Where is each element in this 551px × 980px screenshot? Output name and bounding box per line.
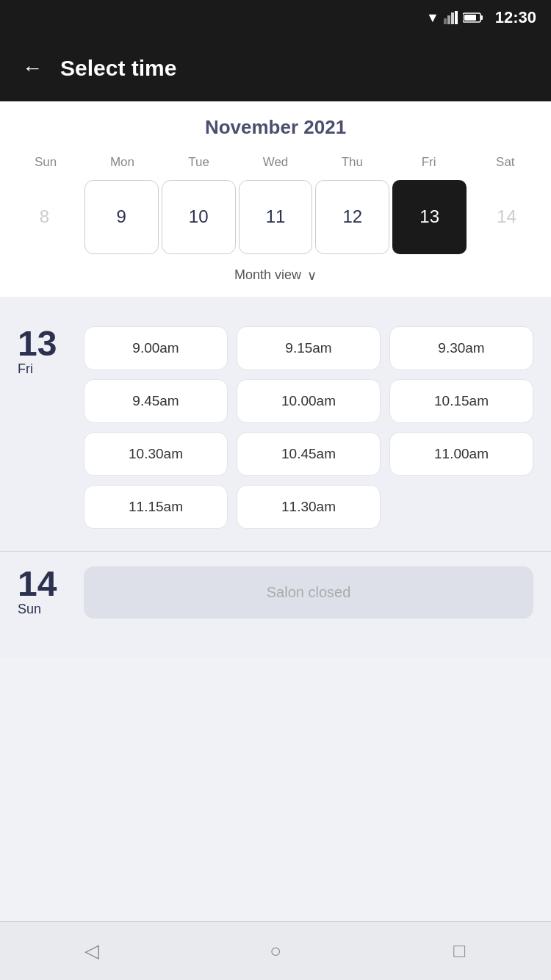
svg-rect-1	[447, 15, 450, 24]
cal-day-11[interactable]: 11	[239, 180, 313, 254]
timeslot-915am[interactable]: 9.15am	[237, 326, 381, 370]
day-header-sat: Sat	[467, 151, 544, 174]
timeslot-945am[interactable]: 9.45am	[84, 379, 228, 423]
svg-rect-6	[464, 15, 476, 21]
day-13-section: 13 Fri 9.00am 9.15am 9.30am 9.45am 10.00…	[0, 311, 551, 544]
header: ← Select time	[0, 35, 551, 101]
timeslot-1015am[interactable]: 10.15am	[389, 379, 533, 423]
day-14-number: 14	[18, 566, 57, 602]
svg-rect-3	[455, 11, 458, 24]
month-view-label: Month view	[234, 267, 301, 283]
day-13-number: 13	[18, 326, 57, 361]
day-header-mon: Mon	[84, 151, 160, 174]
chevron-down-icon: ∨	[307, 267, 317, 284]
nav-recent-button[interactable]: □	[441, 933, 478, 970]
nav-back-button[interactable]: ◁	[73, 933, 110, 970]
calendar-section: November 2021 Sun Mon Tue Wed Thu Fri Sa…	[0, 101, 551, 297]
battery-icon	[463, 12, 483, 24]
day-13-label: 13 Fri	[18, 326, 76, 377]
status-time: 12:30	[495, 8, 536, 27]
timeslot-1045am[interactable]: 10.45am	[237, 432, 381, 476]
cal-day-8[interactable]: 8	[7, 180, 82, 254]
status-bar: ▼ 12:30	[0, 0, 551, 35]
svg-rect-2	[451, 12, 454, 24]
day-header-thu: Thu	[314, 151, 390, 174]
timeslot-1000am[interactable]: 10.00am	[237, 379, 381, 423]
timeslot-900am[interactable]: 9.00am	[84, 326, 228, 370]
back-button[interactable]: ←	[22, 57, 43, 80]
svg-rect-0	[444, 18, 447, 24]
svg-rect-5	[480, 15, 483, 20]
day-header-sun: Sun	[7, 151, 84, 174]
status-icons: ▼	[426, 10, 483, 26]
cal-day-10[interactable]: 10	[162, 180, 236, 254]
signal-icon	[444, 11, 458, 24]
timeslots-area: 13 Fri 9.00am 9.15am 9.30am 9.45am 10.00…	[0, 297, 551, 658]
day-14-name: Sun	[18, 602, 41, 617]
wifi-icon: ▼	[426, 10, 439, 26]
timeslot-1100am[interactable]: 11.00am	[389, 432, 533, 476]
month-year-label: November 2021	[0, 116, 551, 139]
month-view-toggle[interactable]: Month view ∨	[0, 260, 551, 297]
week-row: 8 9 10 11 12 13 14	[0, 174, 551, 260]
day-header-fri: Fri	[390, 151, 467, 174]
day-13-name: Fri	[18, 361, 33, 377]
timeslot-1030am[interactable]: 10.30am	[84, 432, 228, 476]
timeslot-1130am[interactable]: 11.30am	[237, 485, 381, 529]
day-13-time-grid: 9.00am 9.15am 9.30am 9.45am 10.00am 10.1…	[84, 326, 533, 529]
day-14-section: 14 Sun Salon closed	[0, 551, 551, 644]
cal-day-12[interactable]: 12	[315, 180, 389, 254]
timeslot-1115am[interactable]: 11.15am	[84, 485, 228, 529]
bottom-nav: ◁ ○ □	[0, 921, 551, 980]
salon-closed-label: Salon closed	[84, 566, 533, 619]
cal-day-13[interactable]: 13	[392, 180, 467, 254]
cal-day-9[interactable]: 9	[84, 180, 159, 254]
day-header-wed: Wed	[237, 151, 314, 174]
day-header-tue: Tue	[161, 151, 237, 174]
page-title: Select time	[60, 56, 176, 81]
day-headers: Sun Mon Tue Wed Thu Fri Sat	[0, 151, 551, 174]
cal-day-14[interactable]: 14	[469, 180, 544, 254]
timeslot-930am[interactable]: 9.30am	[389, 326, 533, 370]
nav-home-button[interactable]: ○	[257, 933, 294, 970]
day-14-label: 14 Sun	[18, 566, 76, 617]
